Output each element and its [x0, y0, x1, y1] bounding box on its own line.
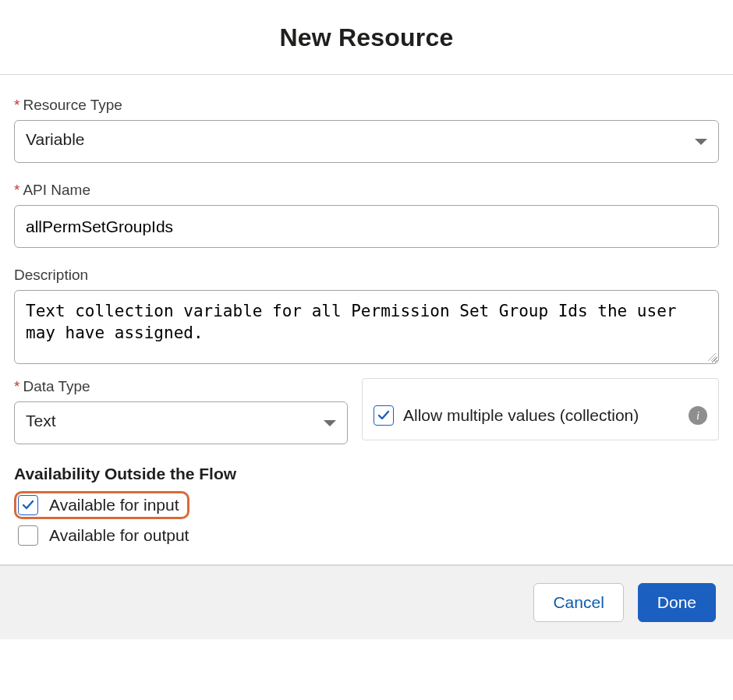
data-type-label: *Data Type: [14, 378, 348, 395]
modal-header: New Resource: [0, 0, 733, 74]
modal-footer: Cancel Done: [0, 564, 733, 639]
done-button[interactable]: Done: [638, 583, 716, 622]
field-resource-type: *Resource Type Variable: [14, 97, 719, 163]
required-asterisk: *: [14, 378, 19, 394]
required-asterisk: *: [14, 182, 19, 198]
availability-section-title: Availability Outside the Flow: [14, 465, 719, 483]
api-name-input[interactable]: [14, 205, 719, 248]
data-type-select-wrap[interactable]: Text: [14, 401, 348, 444]
resource-type-label: *Resource Type: [14, 97, 719, 114]
api-name-label: *API Name: [14, 182, 719, 199]
allow-multiple-panel: Allow multiple values (collection) i: [362, 378, 719, 440]
new-resource-modal: New Resource *Resource Type Variable *AP…: [0, 0, 733, 639]
data-type-select[interactable]: Text: [14, 401, 348, 444]
available-for-input-row: Available for input: [14, 491, 719, 519]
required-asterisk: *: [14, 97, 19, 113]
highlight-annotation: Available for input: [14, 491, 189, 519]
available-for-input-checkbox[interactable]: [18, 495, 38, 515]
allow-multiple-label: Allow multiple values (collection): [403, 406, 639, 425]
allow-multiple-checkbox[interactable]: [374, 405, 394, 426]
cancel-button[interactable]: Cancel: [533, 583, 623, 622]
description-label: Description: [14, 267, 719, 284]
modal-body: *Resource Type Variable *API Name Descri…: [0, 75, 733, 564]
resource-type-select[interactable]: Variable: [14, 120, 719, 163]
available-for-input-label: Available for input: [49, 496, 179, 514]
field-api-name: *API Name: [14, 182, 719, 248]
description-textarea[interactable]: [14, 290, 719, 364]
data-type-row: *Data Type Text Allow multiple values (c…: [14, 378, 719, 444]
available-for-output-checkbox[interactable]: [18, 525, 38, 546]
available-for-output-label: Available for output: [49, 526, 189, 545]
field-description: Description: [14, 267, 719, 367]
available-for-output-row: Available for output: [14, 525, 719, 546]
resource-type-select-wrap[interactable]: Variable: [14, 120, 719, 163]
field-data-type: *Data Type Text: [14, 378, 348, 444]
info-icon[interactable]: i: [689, 406, 707, 425]
modal-title: New Resource: [16, 23, 717, 52]
